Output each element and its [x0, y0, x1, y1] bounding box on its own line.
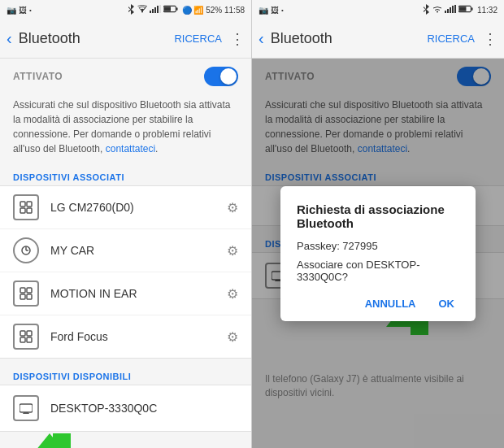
time-left: 🔵 📶 52% 11:58 — [182, 6, 245, 15]
left-device-lg[interactable]: LG CM2760(D0) ⚙ — [0, 186, 251, 229]
right-status-dot: • — [281, 7, 284, 14]
left-green-arrow — [41, 433, 83, 448]
dialog-cancel-button[interactable]: ANNULLA — [360, 294, 421, 313]
left-device-car-gear[interactable]: ⚙ — [227, 243, 238, 259]
svg-rect-9 — [20, 202, 25, 207]
right-bt-icon — [422, 4, 430, 16]
right-page-title: Bluetooth — [271, 30, 428, 47]
status-dot: • — [29, 7, 32, 14]
svg-rect-21 — [27, 331, 32, 336]
left-status-left: 📷 🖼 • — [7, 6, 32, 15]
svg-rect-24 — [20, 404, 33, 412]
dialog-associate-text: Associare con DESKTOP-3330Q0C? — [297, 259, 459, 283]
bt-icon — [127, 4, 135, 16]
right-more-button[interactable]: ⋮ — [483, 30, 497, 48]
dialog-actions: ANNULLA OK — [297, 294, 459, 313]
left-status-right: 🔵 📶 52% 11:58 — [127, 4, 245, 16]
left-associated-header: DISPOSITIVI ASSOCIATI — [0, 166, 251, 185]
svg-rect-3 — [154, 7, 156, 13]
svg-rect-20 — [20, 331, 25, 336]
svg-rect-7 — [176, 7, 177, 11]
left-device-motion-name: MOTION IN EAR — [50, 287, 227, 300]
bt-pairing-dialog: Richiesta di associazione Bluetooth Pass… — [280, 186, 476, 321]
svg-point-0 — [141, 11, 143, 13]
left-device-ford-gear[interactable]: ⚙ — [227, 329, 238, 345]
left-available-name: DESKTOP-3330Q0C — [50, 402, 157, 415]
left-device-lg-icon — [13, 194, 39, 220]
left-status-bar: 📷 🖼 • 🔵 📶 52% 11:58 — [0, 0, 251, 20]
dialog-title: Richiesta di associazione Bluetooth — [297, 202, 459, 230]
dialog-ok-button[interactable]: OK — [434, 294, 460, 313]
svg-rect-12 — [27, 208, 32, 213]
svg-rect-22 — [20, 337, 25, 342]
svg-rect-1 — [150, 11, 151, 13]
left-device-car[interactable]: MY CAR ⚙ — [0, 229, 251, 272]
svg-rect-10 — [27, 202, 32, 207]
svg-rect-28 — [445, 11, 446, 13]
left-device-ford-name: Ford Focus — [50, 330, 227, 343]
svg-rect-16 — [20, 288, 25, 293]
wifi-icon — [137, 5, 147, 15]
svg-rect-35 — [459, 7, 467, 11]
right-wifi-icon — [432, 5, 442, 15]
image-icon: 🖼 — [19, 6, 27, 15]
right-time: 11:32 — [477, 6, 497, 15]
svg-rect-18 — [20, 294, 25, 299]
left-device-car-icon — [13, 237, 39, 263]
right-signal-icon — [445, 5, 456, 15]
right-battery-icon — [458, 5, 473, 15]
right-search-button[interactable]: RICERCA — [427, 33, 475, 45]
svg-rect-29 — [447, 9, 449, 13]
left-device-lg-gear[interactable]: ⚙ — [227, 200, 238, 215]
left-available-device[interactable]: DESKTOP-3330Q0C — [0, 385, 251, 432]
left-page-title: Bluetooth — [19, 30, 175, 47]
left-device-motion-icon — [13, 281, 39, 307]
camera-icon: 📷 — [7, 6, 16, 15]
svg-point-27 — [437, 11, 438, 13]
svg-rect-32 — [454, 5, 456, 13]
right-camera-icon: 📷 — [259, 6, 268, 15]
left-content: ATTIVATO Assicurati che sul dispositivo … — [0, 59, 251, 448]
battery-icon — [163, 5, 178, 15]
svg-rect-8 — [164, 7, 171, 11]
left-device-car-name: MY CAR — [50, 244, 227, 257]
svg-rect-4 — [157, 6, 159, 13]
dialog-passkey: Passkey: 727995 — [297, 240, 459, 252]
svg-rect-23 — [27, 337, 32, 342]
svg-rect-11 — [20, 208, 25, 213]
svg-rect-30 — [450, 7, 451, 13]
left-arrow-container — [0, 432, 251, 448]
left-available-icon — [13, 395, 39, 421]
right-back-button[interactable]: ‹ — [259, 29, 264, 48]
right-dialog-overlay: Richiesta di associazione Bluetooth Pass… — [252, 59, 504, 448]
left-device-lg-name: LG CM2760(D0) — [50, 201, 227, 214]
left-device-ford[interactable]: Ford Focus ⚙ — [0, 315, 251, 358]
left-device-motion[interactable]: MOTION IN EAR ⚙ — [0, 272, 251, 315]
svg-rect-34 — [471, 7, 473, 11]
svg-rect-5 — [159, 5, 161, 13]
left-top-bar: ‹ Bluetooth RICERCA ⋮ — [0, 20, 251, 59]
svg-rect-17 — [27, 288, 32, 293]
left-phone-panel: 📷 🖼 • 🔵 📶 52% 11:58 ‹ Bluetooth RICERCA … — [0, 0, 252, 448]
right-status-right: 11:32 — [422, 4, 497, 16]
left-more-button[interactable]: ⋮ — [230, 30, 245, 48]
left-contact-link[interactable]: contattateci — [106, 143, 155, 154]
right-phone-panel: 📷 🖼 • 11:32 ‹ — [252, 0, 504, 448]
left-device-list: LG CM2760(D0) ⚙ MY CAR ⚙ MOTION IN EAR ⚙ — [0, 185, 251, 359]
left-description: Assicurati che sul dispositivo Bluetooth… — [0, 94, 251, 166]
right-status-bar: 📷 🖼 • 11:32 — [252, 0, 504, 20]
svg-rect-2 — [152, 9, 154, 13]
left-search-button[interactable]: RICERCA — [174, 33, 222, 45]
left-available-header: DISPOSITIVI DISPONIBILI — [0, 365, 251, 385]
left-attivato-label: ATTIVATO — [13, 71, 63, 82]
left-attivato-row: ATTIVATO — [0, 59, 251, 94]
left-device-ford-icon — [13, 324, 39, 350]
svg-rect-31 — [452, 6, 454, 13]
signal-icon — [150, 5, 161, 15]
left-device-motion-gear[interactable]: ⚙ — [227, 286, 238, 302]
svg-rect-19 — [27, 294, 32, 299]
right-top-bar: ‹ Bluetooth RICERCA ⋮ — [252, 20, 504, 59]
right-status-left: 📷 🖼 • — [259, 6, 284, 15]
left-bluetooth-toggle[interactable] — [204, 67, 238, 86]
left-back-button[interactable]: ‹ — [7, 29, 12, 48]
